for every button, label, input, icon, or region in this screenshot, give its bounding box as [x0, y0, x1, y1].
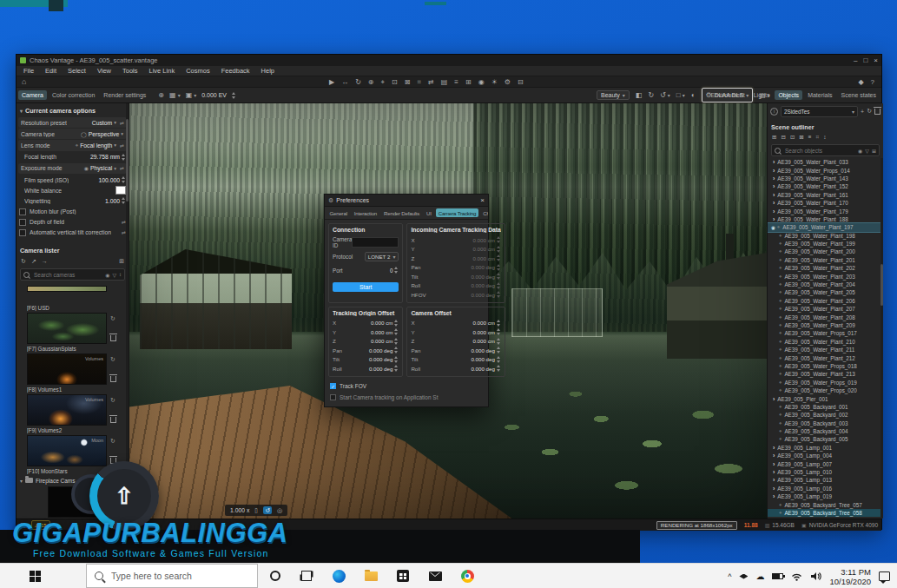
dialog-title-bar[interactable]: ⚙ Preferences ×: [325, 195, 488, 207]
trash-icon[interactable]: [874, 109, 881, 115]
record-icon[interactable]: ◎: [277, 506, 282, 514]
taskbar-search[interactable]: [86, 564, 258, 588]
speaker-icon[interactable]: [810, 571, 821, 581]
camera-id-input[interactable]: [352, 237, 399, 248]
import-icon[interactable]: →: [42, 258, 48, 265]
outliner-item[interactable]: ◉ › ⌖ AE39_005_Water_Plant_198: [768, 232, 883, 240]
action-center-icon[interactable]: [879, 571, 890, 581]
transform-icon[interactable]: ⊕: [158, 89, 164, 101]
checkbox[interactable]: [19, 208, 26, 215]
camera-option-row[interactable]: Focal length 29.758 mm ▾ ⇄: [16, 152, 129, 162]
object-search-input[interactable]: [783, 147, 855, 155]
outliner-item[interactable]: ◉ › ⌖ AE39_005_Water_Props_017: [768, 329, 883, 337]
outliner-item[interactable]: ◉ › ⌖ AE39_005_Backyard_004: [768, 427, 883, 435]
outliner-item[interactable]: ◉ › ⌖ AE39_005_Water_Plant_206: [768, 297, 883, 305]
expand-icon[interactable]: ›: [773, 477, 775, 483]
minimize-button[interactable]: –: [854, 55, 857, 66]
outliner-item[interactable]: ◉ › ⌖ AE39_005_Backyard_Tree_057: [768, 500, 883, 508]
outliner-item[interactable]: ◉ › ⌖ AE39_005_Water_Plant_179: [768, 207, 883, 215]
camera-thumbnail[interactable]: [27, 286, 107, 292]
outliner-item[interactable]: ◉ › ⌖ AE39_005_Lamp_007: [768, 459, 883, 467]
target-icon[interactable]: ◉: [478, 76, 485, 88]
outliner-item[interactable]: ◉ › ⌖ AE39_005_Water_Plant_212: [768, 353, 883, 361]
camera-options-header[interactable]: ▾ Current camera options: [16, 103, 129, 116]
expand-icon[interactable]: ›: [773, 175, 775, 182]
outliner-item[interactable]: ◉ › ⌖ AE39_005_Water_Plant_200: [768, 248, 883, 255]
ev-spinner[interactable]: [232, 92, 236, 99]
outliner-item[interactable]: ◉ › ⌖ AE39_005_Lamp_004: [768, 452, 883, 459]
region-render-icon[interactable]: ⊠: [405, 76, 411, 88]
refresh-icon[interactable]: ↻: [648, 89, 654, 101]
offset-field-row[interactable]: Roll 0.000 deg: [333, 364, 399, 373]
info-icon[interactable]: i: [770, 108, 778, 116]
exposure-value-field[interactable]: 0.000 EV: [201, 92, 227, 98]
value-spinner[interactable]: [394, 338, 399, 345]
preferences-tab[interactable]: UI: [425, 208, 434, 217]
outliner-item[interactable]: ◉ › ⌖ AE39_005_Water_Plant_205: [768, 288, 883, 296]
taskbar-search-input[interactable]: [109, 570, 249, 582]
outliner-item[interactable]: ◉ › ⌖ AE39_005_Water_Plant_210: [768, 338, 883, 346]
playback-speed[interactable]: 1.000 x: [230, 507, 249, 513]
onedrive-icon[interactable]: ☁: [755, 571, 764, 581]
wifi-icon[interactable]: [791, 572, 802, 581]
camera-option-row[interactable]: Lens mode ⌖ Focal length ▾ ⇄: [18, 140, 127, 150]
offset-field-row[interactable]: Tilt 0.000 deg: [411, 355, 501, 365]
outliner-item[interactable]: ◉ › ⌖ AE39_005_Water_Plant_197: [768, 223, 883, 231]
preferences-tab[interactable]: Render Defaults: [382, 208, 422, 217]
sort-icon[interactable]: ↕: [823, 134, 826, 141]
value-spinner[interactable]: [497, 328, 501, 335]
trash-icon[interactable]: [110, 335, 116, 341]
camera-thumbnail[interactable]: [27, 313, 107, 344]
outliner-item[interactable]: ◉ › ⌖ AE39_005_Lamp_019: [768, 492, 883, 500]
history-dropdown[interactable]: ↺▾: [660, 89, 670, 101]
camera-option-row[interactable]: Film speed (ISO) 100.000 ▾ ⇄: [16, 175, 129, 185]
outliner-item[interactable]: ◉ › ⌖ AE39_005_Water_Plant_152: [768, 182, 883, 190]
offset-field-row[interactable]: Pan 0.000 deg: [333, 346, 399, 355]
outliner-item[interactable]: ◉ › ⌖ AE39_005_Water_Plant_209: [768, 321, 883, 329]
outliner-item[interactable]: ◉ › ⌖ AE39_005_Water_Props_019: [768, 379, 883, 386]
panel-tab[interactable]: Environment: [707, 90, 748, 100]
start-on-launch-checkbox[interactable]: [330, 394, 336, 400]
start-on-launch-row[interactable]: Start Camera tracking on Application St: [325, 392, 488, 403]
offset-field-row[interactable]: Y 0.000 cm: [333, 327, 399, 337]
taskbar-clock[interactable]: 3:11 PM 10/19/2020: [829, 567, 871, 586]
panel-tab[interactable]: Color correction: [49, 90, 98, 100]
value-spinner[interactable]: [394, 320, 399, 327]
expand-icon[interactable]: ›: [773, 200, 775, 206]
offset-field-row[interactable]: Roll 0.000 deg: [411, 364, 501, 373]
file-explorer-button[interactable]: [358, 564, 384, 588]
gpu-status-icon[interactable]: ◆: [858, 76, 863, 88]
refresh-icon[interactable]: ↻: [110, 356, 115, 362]
panel-tab[interactable]: Objects: [775, 90, 802, 100]
tray-expand-icon[interactable]: ^: [728, 572, 731, 581]
value-spinner[interactable]: [394, 356, 399, 363]
task-view-button[interactable]: [294, 564, 320, 588]
camera-option-row[interactable]: Exposure mode ◉ Physical ▾ ⇄: [18, 163, 127, 174]
reset-icon[interactable]: ⇄: [120, 142, 124, 149]
frame-icon[interactable]: ⊡: [392, 76, 398, 88]
protocol-dropdown[interactable]: LONET 2 ▾: [365, 252, 399, 261]
outliner-item[interactable]: ◉ › ⌖ AE39_005_Lamp_001: [768, 444, 883, 452]
refresh-icon[interactable]: ↻: [110, 438, 115, 444]
value-spinner[interactable]: [394, 347, 399, 353]
camera-thumbnail-item[interactable]: Volumes ↻ [F8] Volumes1: [27, 353, 129, 393]
title-bar[interactable]: Chaos Vantage - AE39_005_scatter.vantage…: [16, 55, 881, 66]
region-dropdown[interactable]: □▾: [676, 89, 685, 101]
edge-button[interactable]: [326, 564, 352, 588]
filter-icon[interactable]: ▽: [112, 272, 116, 278]
scrollbar[interactable]: [126, 103, 129, 519]
outliner-item[interactable]: ◉ › ⌖ AE39_005_Water_Plant_203: [768, 272, 883, 280]
maximize-button[interactable]: □: [863, 55, 867, 66]
panel-tab[interactable]: Camera: [18, 90, 47, 100]
track-fov-checkbox[interactable]: ✓: [330, 383, 336, 389]
outliner-item[interactable]: ◉ › ⌖ AE39_005_Lamp_013: [768, 476, 883, 484]
settings-icon[interactable]: ⚙: [505, 76, 511, 88]
add-camera-icon[interactable]: ⊞: [119, 258, 124, 265]
panels-icon[interactable]: ⊞: [465, 76, 472, 88]
camera-option-row[interactable]: White balance ▾ ⇄: [16, 185, 129, 195]
expand-icon[interactable]: ›: [773, 453, 775, 459]
camera-option-row[interactable]: Resolution preset Custom ▾ ⇄: [18, 117, 127, 128]
panel-tab[interactable]: Scene states: [838, 90, 880, 100]
measure-icon[interactable]: ⇄: [428, 76, 434, 88]
camera-option-row[interactable]: Motion blur (Post) ▾ ⇄: [16, 207, 129, 217]
